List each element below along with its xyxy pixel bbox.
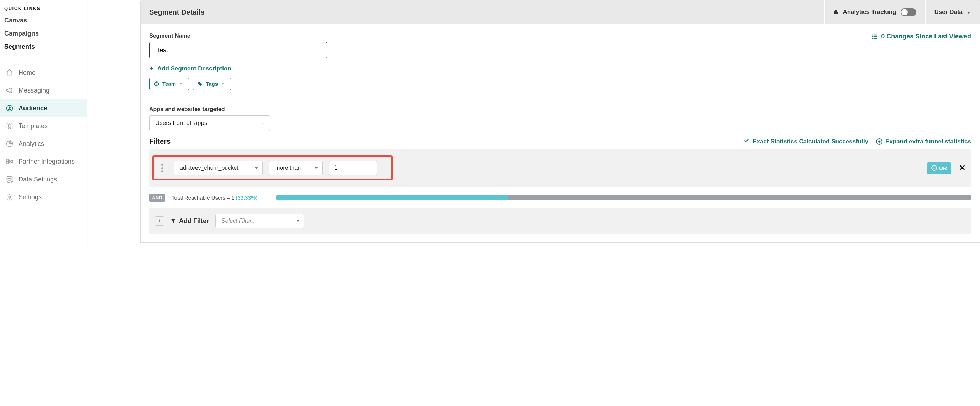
reach-label: Total Reachable Users = — [172, 195, 231, 201]
analytics-toggle[interactable] — [900, 8, 916, 16]
apps-targeted-select[interactable]: Users from all apps — [149, 115, 270, 131]
sidebar: QUICK LINKS Canvas Campaigns Segments Ho… — [0, 0, 87, 251]
caret-down-icon — [314, 167, 318, 169]
analytics-tracking-toggle-group: Analytics Tracking — [824, 0, 924, 24]
filter-operator-select[interactable]: more than — [269, 161, 323, 175]
panel-title: Segment Details — [141, 8, 824, 16]
expand-extra-stats-button[interactable]: + Expand extra funnel statistics — [876, 138, 971, 145]
caret-down-icon — [296, 220, 300, 222]
panel-header-right: Analytics Tracking User Data — [824, 0, 980, 24]
filter-row: adikteev_churn_bucket more than + — [149, 149, 971, 187]
drag-handle[interactable] — [157, 161, 167, 175]
add-filter-plus-button[interactable]: + — [155, 216, 164, 225]
quick-links-list: Canvas Campaigns Segments — [0, 14, 86, 58]
svg-rect-5 — [6, 162, 8, 164]
filters-title: Filters — [149, 137, 170, 146]
filter-attribute-value: adikteev_churn_bucket — [180, 165, 239, 171]
reach-count: 1 — [231, 195, 234, 201]
select-filter-dropdown[interactable]: Select Filter... — [215, 214, 304, 228]
segment-name-input[interactable] — [149, 42, 327, 59]
nav-label: Templates — [19, 122, 48, 130]
megaphone-icon — [6, 86, 14, 94]
caret-down-icon — [255, 167, 258, 169]
svg-point-7 — [7, 176, 13, 179]
gear-icon — [6, 193, 14, 201]
select-filter-placeholder: Select Filter... — [221, 218, 256, 224]
circle-plus-icon: + — [876, 138, 883, 145]
audience-icon — [6, 104, 14, 112]
reach-row: AND Total Reachable Users = 1 (33.33%) — [149, 187, 971, 208]
nav-label: Analytics — [19, 140, 44, 147]
nav-messaging[interactable]: Messaging — [0, 81, 86, 99]
team-chip[interactable]: Team — [149, 78, 189, 90]
remove-filter-button[interactable]: ✕ — [959, 163, 966, 173]
or-label: OR — [939, 165, 947, 171]
filter-operator-value: more than — [275, 165, 301, 171]
changes-since-viewed-link[interactable]: 0 Changes Since Last Viewed — [871, 33, 971, 40]
add-desc-label: Add Segment Description — [158, 65, 231, 72]
funnel-icon — [170, 218, 176, 224]
stats-ok-status: Exact Statistics Calculated Successfully — [743, 137, 868, 146]
svg-rect-4 — [6, 159, 8, 162]
check-icon — [743, 137, 750, 146]
or-button[interactable]: + OR — [927, 162, 951, 174]
user-data-label: User Data — [934, 8, 963, 16]
nav-analytics[interactable]: Analytics — [0, 135, 86, 153]
nav-settings[interactable]: Settings — [0, 188, 86, 206]
quick-link-segments[interactable]: Segments — [4, 40, 82, 53]
reach-text: Total Reachable Users = 1 (33.33%) — [172, 195, 258, 201]
caret-down-icon — [179, 81, 185, 87]
divider — [0, 59, 86, 59]
nav-audience[interactable]: Audience — [0, 99, 86, 117]
user-data-dropdown[interactable]: User Data — [925, 0, 980, 24]
nav-label: Home — [19, 69, 36, 76]
integrations-icon — [6, 158, 14, 165]
add-filter-label: Add Filter — [170, 217, 209, 225]
svg-point-10 — [199, 82, 199, 83]
pie-chart-icon — [6, 140, 14, 147]
quick-link-campaigns[interactable]: Campaigns — [4, 27, 82, 40]
expand-extra-label: Expand extra funnel statistics — [885, 138, 971, 145]
chevron-down-icon — [966, 10, 971, 14]
filter-panel: adikteev_churn_bucket more than + — [149, 149, 971, 187]
nav-label: Data Settings — [19, 176, 57, 183]
reach-progress-fill — [276, 195, 508, 200]
divider — [141, 98, 980, 98]
reach-progress-bar — [276, 195, 971, 200]
templates-icon — [6, 122, 14, 130]
caret-down-icon — [221, 81, 226, 87]
nav-templates[interactable]: Templates — [0, 117, 86, 135]
tag-icon — [197, 81, 203, 87]
nav-label: Partner Integrations — [19, 158, 75, 165]
circle-plus-icon: + — [931, 165, 937, 171]
quick-link-canvas[interactable]: Canvas — [4, 14, 82, 27]
filter-value-input[interactable] — [329, 161, 377, 175]
svg-point-8 — [8, 196, 11, 198]
add-segment-description-button[interactable]: + Add Segment Description — [149, 65, 971, 73]
quick-links-header: QUICK LINKS — [0, 0, 86, 14]
apps-targeted-value: Users from all apps — [155, 120, 207, 127]
segment-name-label: Segment Name — [149, 33, 327, 39]
changes-link-text: 0 Changes Since Last Viewed — [881, 33, 971, 40]
nav-partner-integrations[interactable]: Partner Integrations — [0, 153, 86, 170]
drag-handle-icon — [161, 164, 163, 172]
add-filter-row: + Add Filter Select Filter... — [149, 208, 971, 234]
add-filter-text: Add Filter — [179, 217, 209, 225]
analytics-label: Analytics Tracking — [843, 8, 896, 16]
bar-chart-icon — [834, 10, 838, 14]
tags-chip[interactable]: Tags — [192, 78, 231, 90]
panel-header: Segment Details Analytics Tracking User … — [140, 0, 980, 24]
main-content: Segment Details Analytics Tracking User … — [87, 0, 980, 251]
panel-body: Segment Name 0 Changes Since Last Viewed… — [140, 24, 980, 243]
divider — [267, 190, 267, 205]
nav-data-settings[interactable]: Data Settings — [0, 170, 86, 188]
nav-label: Settings — [19, 193, 41, 201]
svg-point-1 — [8, 106, 11, 108]
stats-ok-text: Exact Statistics Calculated Successfully — [752, 138, 868, 145]
nav-home[interactable]: Home — [0, 64, 86, 81]
team-chip-label: Team — [162, 81, 176, 87]
filter-attribute-select[interactable]: adikteev_churn_bucket — [174, 161, 263, 175]
svg-rect-2 — [7, 124, 13, 129]
plus-icon: + — [149, 65, 154, 73]
highlighted-filter: adikteev_churn_bucket more than — [152, 155, 393, 181]
